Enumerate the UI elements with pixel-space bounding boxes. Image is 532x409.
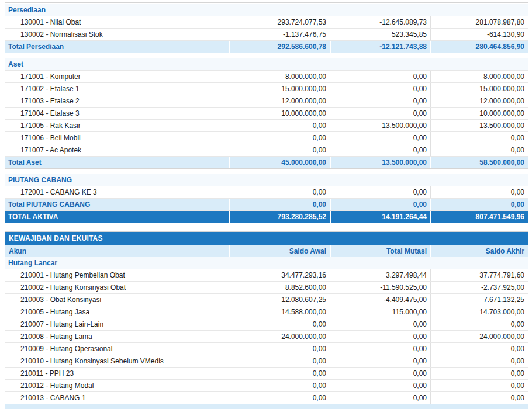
- akun-cell: [5, 404, 229, 409]
- total-mutasi-header: Total Mutasi: [330, 245, 430, 257]
- akun-cell: 130002 - Normalisasi Stok: [5, 29, 229, 40]
- table-row: 171007 - Ac Apotek0,000,000,00: [5, 144, 528, 156]
- saldo-akhir-cell: 280.464.856,90: [430, 41, 528, 53]
- akun-cell: 171002 - Etalase 1: [5, 83, 229, 95]
- akun-cell: 210013 - CABANG 1: [5, 392, 229, 404]
- kewajiban-title-bar: KEWAJIBAN DAN EKUITAS: [5, 232, 528, 245]
- saldo-awal-cell: 8.852.600,00: [229, 282, 330, 293]
- total-mutasi-cell: 0,00: [330, 343, 430, 355]
- total-mutasi-cell: 0,00: [330, 95, 430, 107]
- table-row: 171006 - Beli Mobil0,000,000,00: [5, 131, 528, 144]
- akun-cell: 210005 - Hutang Jasa: [5, 306, 229, 318]
- total-mutasi-cell: 0,00: [330, 392, 430, 404]
- akun-cell: 171007 - Ac Apotek: [5, 144, 229, 156]
- total-aktiva-row: TOTAL AKTIVA793.280.285,5214.191.264,448…: [5, 210, 528, 223]
- saldo-awal-cell: 12.080.607,25: [229, 294, 330, 306]
- akun-cell: 210003 - Obat Konsinyasi: [5, 294, 229, 306]
- akun-cell: 210010 - Hutang Konsinyasi Sebelum VMedi…: [5, 355, 229, 367]
- saldo-awal-cell: 292.586.600,78: [229, 41, 330, 53]
- total-mutasi-cell: 0,00: [330, 368, 430, 379]
- total-mutasi-cell: 13.500.000,00: [330, 157, 430, 168]
- akun-cell: Total Aset: [5, 157, 229, 168]
- akun-cell: 210008 - Hutang Lama: [5, 331, 229, 342]
- akun-cell: 210002 - Hutang Konsinyasi Obat: [5, 282, 229, 293]
- akun-cell: 210007 - Hutang Lain-Lain: [5, 318, 229, 330]
- table-row: 210007 - Hutang Lain-Lain0,000,000,00: [5, 318, 528, 330]
- total-mutasi-cell: 14.191.264,44: [330, 211, 430, 223]
- akun-cell: 210011 - PPH 23: [5, 368, 229, 379]
- saldo-akhir-cell: 0,00: [430, 199, 528, 210]
- total-mutasi-cell: 0,00: [330, 144, 430, 156]
- akun-cell: 171003 - Etalase 2: [5, 95, 229, 107]
- clipped-row-top: [5, 0, 528, 3]
- saldo-awal-cell: -1.137.476,75: [229, 29, 330, 40]
- saldo-awal-cell: 10.000.000,00: [229, 108, 330, 119]
- saldo-awal-cell: [229, 404, 330, 409]
- akun-cell: 172001 - CABANG KE 3: [5, 186, 229, 198]
- saldo-awal-cell: 793.280.285,52: [229, 211, 330, 223]
- akun-cell: 210012 - Hutang Modal: [5, 380, 229, 391]
- kewajiban-table-body: Hutang Lancar210001 - Hutang Pembelian O…: [5, 257, 528, 404]
- akun-cell: 210001 - Hutang Pembelian Obat: [5, 269, 229, 281]
- table-row: 171005 - Rak Kasir0,0013.500.000,0013.50…: [5, 119, 528, 131]
- akun-cell: Total Persediaan: [5, 41, 229, 53]
- saldo-akhir-cell: 37.774.791,60: [430, 269, 528, 281]
- saldo-akhir-cell: -614.130,90: [430, 29, 528, 40]
- saldo-awal-cell: 24.000.000,00: [229, 331, 330, 342]
- table-row: 171002 - Etalase 115.000.000,000,0015.00…: [5, 82, 528, 95]
- table-row: 210011 - PPH 230,000,000,00: [5, 367, 528, 379]
- section-name: Hutang Lancar: [5, 257, 528, 269]
- saldo-awal-cell: 8.000.000,00: [229, 71, 330, 82]
- table-row: 210003 - Obat Konsinyasi12.080.607,25-4.…: [5, 293, 528, 306]
- saldo-akhir-cell: 12.000.000,00: [430, 95, 528, 107]
- saldo-akhir-cell: 0,00: [430, 355, 528, 367]
- akun-cell: TOTAL AKTIVA: [5, 211, 229, 223]
- saldo-akhir-cell: 0,00: [430, 186, 528, 198]
- section-block: Aset171001 - Komputer8.000.000,000,008.0…: [5, 58, 528, 169]
- saldo-awal-cell: 293.724.077,53: [229, 16, 330, 28]
- total-mutasi-cell: 523.345,85: [330, 29, 430, 40]
- saldo-awal-cell: 0,00: [229, 380, 330, 391]
- saldo-akhir-cell: 10.000.000,00: [430, 108, 528, 119]
- akun-header: Akun: [5, 245, 229, 257]
- saldo-awal-cell: 0,00: [229, 132, 330, 144]
- saldo-akhir-cell: 0,00: [430, 380, 528, 391]
- akun-cell: 171006 - Beli Mobil: [5, 132, 229, 144]
- total-mutasi-cell: -12.645.089,73: [330, 16, 430, 28]
- column-header-row: AkunSaldo AwalTotal MutasiSaldo Akhir: [5, 245, 528, 257]
- clipped-total-row-bottom: [5, 404, 528, 409]
- total-mutasi-cell: -4.409.475,00: [330, 294, 430, 306]
- table-row: 210010 - Hutang Konsinyasi Sebelum VMedi…: [5, 355, 528, 367]
- akun-cell: 130001 - Nilai Obat: [5, 16, 229, 28]
- total-mutasi-cell: 0,00: [330, 355, 430, 367]
- akun-cell: 210009 - Hutang Operasional: [5, 343, 229, 355]
- total-mutasi-cell: [330, 404, 430, 409]
- saldo-awal-cell: 15.000.000,00: [229, 83, 330, 95]
- saldo-awal-cell: 0,00: [229, 343, 330, 355]
- total-mutasi-cell: 115.000,00: [330, 306, 430, 318]
- saldo-akhir-cell: 0,00: [430, 318, 528, 330]
- table-row: 210002 - Hutang Konsinyasi Obat8.852.600…: [5, 281, 528, 293]
- section-header-row: Hutang Lancar: [5, 257, 528, 269]
- section-name: Persediaan: [5, 4, 528, 16]
- section-total-row: Total Aset45.000.000,0013.500.000,0058.5…: [5, 156, 528, 168]
- saldo-awal-cell: 0,00: [229, 120, 330, 131]
- saldo-akhir-cell: 24.000.000,00: [430, 331, 528, 342]
- total-mutasi-cell: 0,00: [330, 186, 430, 198]
- saldo-awal-cell: 14.588.000,00: [229, 306, 330, 318]
- total-mutasi-cell: 0,00: [330, 132, 430, 144]
- section-header-row: Aset: [5, 58, 528, 70]
- total-mutasi-cell: 0,00: [330, 71, 430, 82]
- total-mutasi-cell: 0,00: [330, 83, 430, 95]
- table-row: 130001 - Nilai Obat293.724.077,53-12.645…: [5, 16, 528, 28]
- section-header-row: Persediaan: [5, 4, 528, 16]
- akun-cell: Total PIUTANG CABANG: [5, 199, 229, 210]
- saldo-akhir-cell: 14.703.000,00: [430, 306, 528, 318]
- total-mutasi-cell: 0,00: [330, 108, 430, 119]
- table-row: 172001 - CABANG KE 30,000,000,00: [5, 186, 528, 198]
- total-mutasi-cell: -11.590.525,00: [330, 282, 430, 293]
- total-mutasi-cell: 0,00: [330, 331, 430, 342]
- saldo-awal-cell: 0,00: [229, 355, 330, 367]
- table-row: 210009 - Hutang Operasional0,000,000,00: [5, 342, 528, 355]
- section-name: PIUTANG CABANG: [5, 174, 528, 186]
